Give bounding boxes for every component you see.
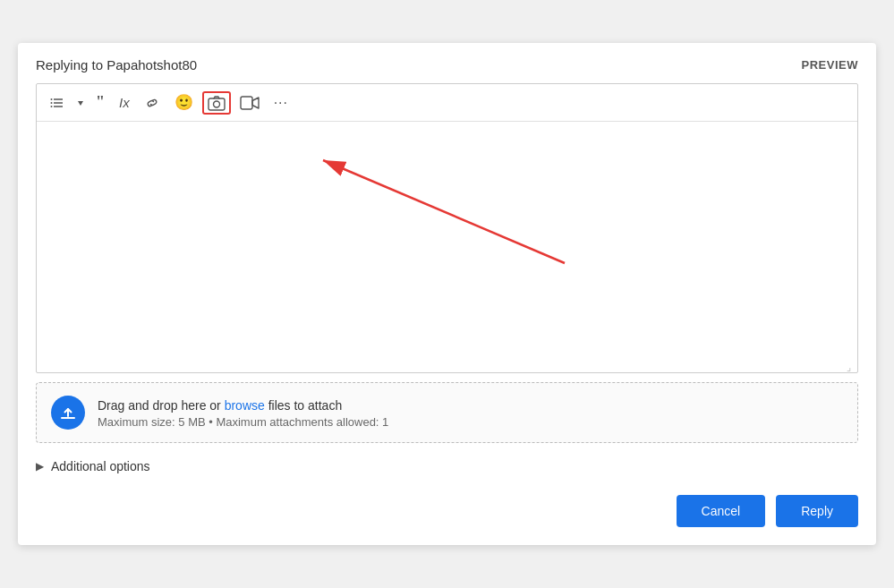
svg-rect-9 [241, 97, 252, 109]
svg-marker-6 [78, 101, 83, 106]
attach-main-text: Drag and drop here or browse files to at… [98, 396, 388, 415]
svg-rect-7 [209, 98, 225, 110]
attach-subtext: Maximum size: 5 MB • Maximum attachments… [98, 415, 388, 429]
editor-area: " Ix 🙂 [36, 83, 858, 373]
cancel-button[interactable]: Cancel [677, 495, 766, 527]
reply-dialog: Replying to Papahotshot80 PREVIEW [18, 43, 876, 545]
text-editor[interactable] [37, 122, 857, 372]
additional-options[interactable]: ▶ Additional options [36, 456, 858, 477]
additional-options-label: Additional options [51, 459, 150, 473]
action-buttons: Cancel Reply [36, 495, 858, 527]
editor-toolbar: " Ix 🙂 [37, 84, 857, 122]
svg-point-5 [51, 106, 53, 107]
format-button[interactable]: Ix [114, 91, 135, 114]
attach-text-area: Drag and drop here or browse files to at… [98, 396, 388, 429]
list-dropdown-button[interactable] [74, 95, 87, 111]
camera-button-wrapper [202, 91, 231, 115]
chevron-right-icon: ▶ [36, 460, 44, 473]
link-button[interactable] [139, 91, 166, 115]
upload-icon [51, 396, 85, 430]
svg-point-8 [213, 101, 219, 107]
more-options-button[interactable]: ··· [268, 91, 294, 115]
camera-button[interactable] [202, 91, 231, 115]
video-button[interactable] [234, 92, 265, 114]
replying-to-label: Replying to Papahotshot80 [36, 57, 197, 72]
list-button[interactable] [44, 91, 71, 115]
dialog-header: Replying to Papahotshot80 PREVIEW [36, 57, 858, 72]
resize-handle[interactable]: ⌟ [847, 362, 856, 371]
attach-area: Drag and drop here or browse files to at… [36, 382, 858, 443]
reply-button[interactable]: Reply [776, 495, 858, 527]
browse-link[interactable]: browse [225, 398, 265, 413]
blockquote-button[interactable]: " [90, 89, 110, 115]
svg-point-3 [51, 98, 53, 100]
emoji-button[interactable]: 🙂 [169, 89, 199, 115]
svg-point-4 [51, 102, 53, 104]
preview-label: PREVIEW [802, 58, 858, 72]
